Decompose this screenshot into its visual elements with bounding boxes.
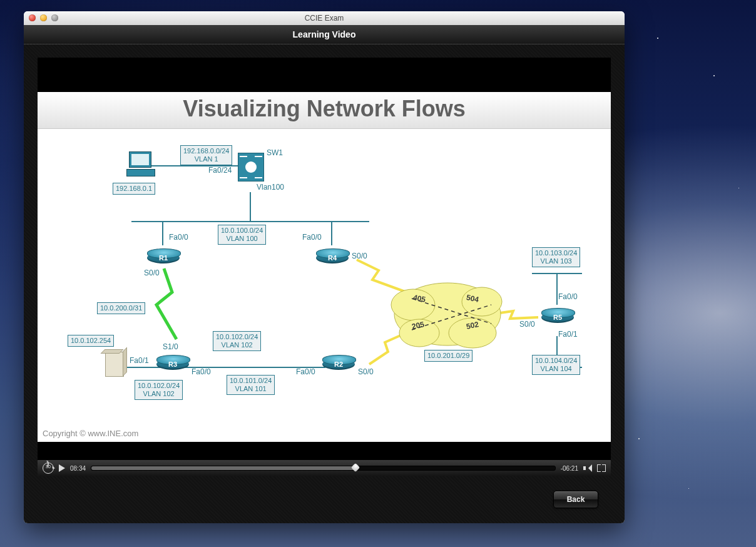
label-vlan102-r3: 10.0.102.0/24 VLAN 102 [135, 380, 183, 400]
switch-sw1-icon [238, 153, 264, 181]
app-window: CCIE Exam Learning Video Visualizing Net… [24, 11, 625, 523]
svg-point-11 [394, 283, 501, 345]
if-r4-fa00: Fa0/0 [302, 233, 322, 242]
elapsed-time: 08:34 [70, 465, 86, 472]
video-frame: Visualizing Network Flows [38, 92, 611, 442]
desktop-wallpaper: CCIE Exam Learning Video Visualizing Net… [0, 0, 756, 547]
router-r5-icon: R5 [541, 308, 574, 327]
router-r1-icon: R1 [147, 248, 180, 267]
dlci-205: 205 [411, 320, 426, 331]
close-icon[interactable] [29, 14, 36, 21]
if-r5-fa00: Fa0/0 [558, 292, 578, 301]
label-vlan100: 10.0.100.0/24 VLAN 100 [218, 225, 266, 245]
video-controls: 30 08:34 -06:21 )) [38, 460, 611, 476]
video-area[interactable]: Visualizing Network Flows [38, 58, 611, 476]
window-titlebar[interactable]: CCIE Exam [24, 11, 625, 26]
label-ptp: 10.0.200.0/31 [97, 302, 145, 314]
host-pc-icon [126, 151, 154, 176]
replay-30-button[interactable]: 30 [43, 463, 54, 474]
scrubber-fill [91, 466, 355, 470]
dlci-502: 502 [466, 320, 480, 331]
remaining-time: -06:21 [561, 465, 578, 472]
router-r4-icon: R4 [316, 248, 349, 267]
play-button[interactable] [59, 464, 65, 472]
dlci-405: 405 [412, 293, 427, 304]
server-icon [105, 352, 124, 377]
if-r4-s00: S0/0 [352, 252, 367, 260]
page-title: Learning Video [24, 25, 625, 44]
if-r1-s00: S0/0 [144, 268, 160, 277]
scrubber[interactable] [91, 466, 556, 471]
label-fr-net: 10.0.201.0/29 [424, 350, 472, 362]
router-r2-icon: R2 [322, 355, 355, 374]
svg-point-12 [391, 289, 435, 320]
if-r2-fa00: Fa0/0 [296, 367, 315, 376]
if-r3-fa00: Fa0/0 [192, 367, 211, 376]
if-r5-fa01: Fa0/1 [558, 330, 578, 339]
label-vlan103: 10.0.103.0/24 VLAN 103 [532, 247, 580, 267]
slide-copyright: Copyright © www.INE.com [43, 429, 138, 438]
if-sw1-vlan100: Vlan100 [257, 183, 284, 192]
label-pc-ip: 192.168.0.1 [113, 183, 155, 195]
label-sw1: SW1 [267, 148, 283, 157]
app-chrome: Learning Video Visualizing Network Flows [24, 25, 625, 523]
minimize-icon[interactable] [40, 14, 47, 21]
router-r3-icon: R3 [156, 355, 189, 374]
if-r5-s00: S0/0 [519, 320, 535, 329]
label-vlan104: 10.0.104.0/24 VLAN 104 [532, 355, 580, 375]
if-r2-s00: S0/0 [358, 367, 374, 376]
if-r3-s10: S1/0 [163, 342, 178, 351]
label-vlan1: 192.168.0.0/24 VLAN 1 [180, 145, 232, 165]
zoom-icon[interactable] [51, 14, 58, 21]
if-r1-fa00: Fa0/0 [169, 233, 188, 242]
if-r3-fa01: Fa0/1 [130, 356, 149, 365]
window-title: CCIE Exam [305, 14, 344, 23]
if-sw1-fa024: Fa0/24 [208, 166, 232, 175]
label-srv-ip: 10.0.102.254 [68, 335, 114, 347]
label-vlan101: 10.0.101.0/24 VLAN 101 [227, 375, 275, 395]
back-button[interactable]: Back [553, 491, 598, 508]
volume-button[interactable]: )) [583, 464, 592, 472]
fullscreen-button[interactable] [597, 464, 606, 472]
label-vlan102-mid: 10.0.102.0/24 VLAN 102 [213, 331, 261, 351]
slide-title: Visualizing Network Flows [38, 92, 611, 128]
dlci-504: 504 [466, 293, 480, 304]
scrubber-thumb[interactable] [351, 463, 360, 472]
